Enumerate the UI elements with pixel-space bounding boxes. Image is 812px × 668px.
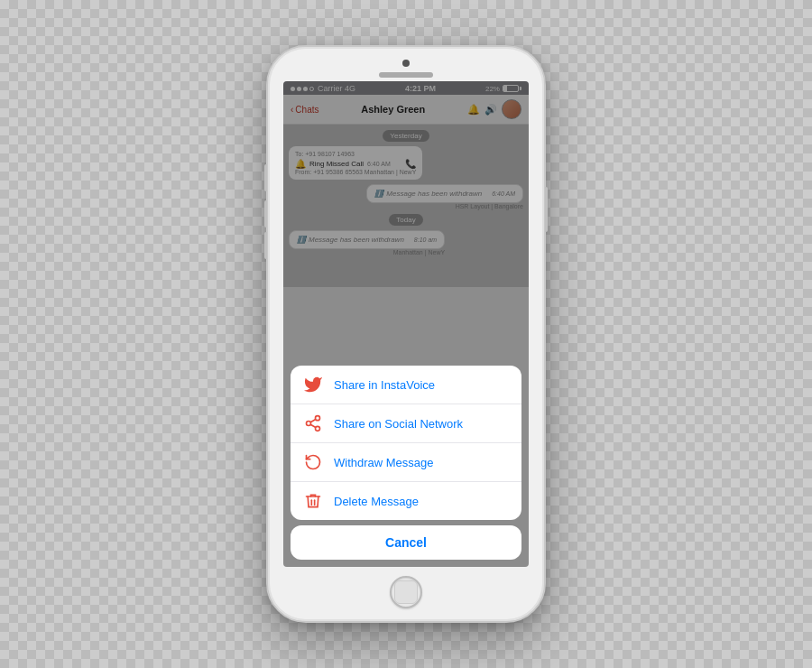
phone-bottom (390, 567, 422, 621)
svg-point-1 (307, 422, 311, 426)
home-button[interactable] (390, 576, 422, 608)
withdraw-icon (303, 452, 323, 472)
phone-shell: Carrier 4G 4:21 PM 22% ‹ Chats Ashley Gr… (266, 45, 546, 623)
cancel-button[interactable]: Cancel (291, 525, 521, 560)
bird-icon (303, 375, 323, 394)
svg-line-3 (310, 424, 316, 427)
svg-point-2 (316, 426, 320, 431)
withdraw-item[interactable]: Withdraw Message (291, 443, 521, 482)
share-social-icon (303, 413, 323, 433)
camera (402, 60, 410, 67)
share-social-label: Share on Social Network (334, 417, 463, 431)
delete-icon (303, 491, 323, 511)
share-social-item[interactable]: Share on Social Network (291, 404, 521, 443)
phone-screen: Carrier 4G 4:21 PM 22% ‹ Chats Ashley Gr… (283, 81, 529, 567)
home-button-inner (394, 580, 418, 604)
speaker (379, 72, 433, 78)
delete-item[interactable]: Delete Message (291, 482, 521, 520)
svg-point-0 (316, 416, 320, 421)
action-sheet-overlay: Share in InstaVoice (283, 81, 529, 567)
action-group: Share in InstaVoice (291, 366, 521, 520)
svg-line-4 (310, 419, 316, 422)
cancel-label: Cancel (385, 535, 427, 550)
share-instavoice-item[interactable]: Share in InstaVoice (291, 366, 521, 404)
withdraw-label: Withdraw Message (334, 456, 434, 469)
action-sheet: Share in InstaVoice (283, 358, 529, 567)
delete-label: Delete Message (334, 495, 419, 508)
phone-top (268, 47, 544, 78)
share-instavoice-label: Share in InstaVoice (334, 378, 435, 392)
